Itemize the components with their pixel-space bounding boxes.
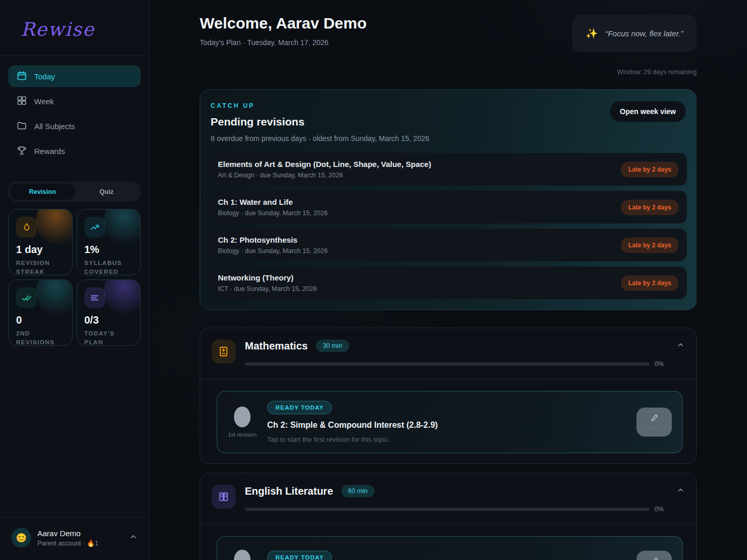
chevron-up-icon[interactable]: [676, 486, 685, 496]
topic-card[interactable]: 1st revision READY TODAY Ch 2: Simple & …: [217, 391, 683, 453]
topic-card[interactable]: 1st revision READY TODAY Poem: The Chimn…: [217, 536, 683, 560]
nav-label: Week: [34, 97, 54, 106]
late-badge: Late by 2 days: [621, 162, 679, 177]
pending-item-title: Elements of Art & Design (Dot, Line, Sha…: [218, 160, 431, 169]
calendar-icon: [17, 71, 27, 82]
quote-text: “Focus now, flex later.”: [605, 29, 683, 38]
decorative-glow: [104, 209, 141, 246]
stat-card-syllabus-covered: 1% SYLLABUS COVERED: [77, 209, 141, 275]
pending-item-title: Ch 2: Photosynthesis: [218, 235, 328, 244]
avatar: 😊: [11, 528, 31, 548]
revision-stage: 1st revision: [228, 407, 257, 438]
pending-item[interactable]: Networking (Theory) ICT · due Sunday, Ma…: [210, 267, 687, 299]
window-remaining-note: Window: 29 days remaining: [200, 68, 697, 76]
trophy-icon: [17, 145, 27, 157]
chevron-up-icon[interactable]: [129, 533, 137, 543]
sidebar-item-today[interactable]: Today: [8, 65, 141, 87]
pending-item[interactable]: Ch 2: Photosynthesis Biology · due Sunda…: [210, 229, 687, 261]
sidebar: Rewise Today Week All Subjects Rewards: [0, 0, 149, 560]
sidebar-nav: Today Week All Subjects Rewards: [8, 65, 141, 162]
divider: [200, 379, 696, 380]
progress-percent: 0%: [655, 360, 667, 368]
flame-icon: [16, 217, 37, 237]
stat-label: TODAY'S PLAN: [85, 329, 133, 346]
pending-item-title: Networking (Theory): [218, 273, 317, 282]
decorative-glow: [104, 279, 141, 316]
topic-hint: Tap to start the first revision for this…: [267, 436, 626, 443]
folder-icon: [17, 120, 27, 132]
pending-item-meta: Biology · due Sunday, March 15, 2026: [218, 209, 328, 217]
stat-card-todays-plan: 0/3 TODAY'S PLAN: [77, 279, 141, 346]
divider: [200, 524, 696, 525]
quote-card: ✨ “Focus now, flex later.”: [572, 15, 697, 52]
main-content: Welcome, Aarav Demo Today's Plan · Tuesd…: [149, 0, 747, 560]
progress-percent: 0%: [655, 506, 667, 513]
late-badge: Late by 2 days: [621, 275, 679, 291]
notes-button[interactable]: Notes: [637, 551, 672, 560]
app-logo: Rewise: [8, 0, 141, 55]
stat-value: 0/3: [85, 314, 133, 326]
sidebar-item-rewards[interactable]: Rewards: [8, 140, 141, 162]
subject-header: Mathematics 30 min 0%: [212, 340, 685, 368]
trending-up-icon: [85, 217, 105, 237]
mode-toggle: Revision Quiz: [8, 181, 141, 202]
ready-today-badge: READY TODAY: [267, 551, 332, 560]
nav-label: Today: [34, 72, 55, 81]
duration-badge: 60 min: [341, 485, 375, 497]
pending-item-meta: ICT · due Sunday, March 15, 2026: [218, 285, 317, 292]
pending-list: Elements of Art & Design (Dot, Line, Sha…: [210, 153, 687, 299]
sidebar-item-week[interactable]: Week: [8, 90, 141, 112]
stat-cards: 1 day REVISION STREAK 1% SYLLABUS COVERE…: [8, 209, 141, 346]
progress-bar: 0%: [245, 360, 667, 368]
user-menu[interactable]: 😊 Aarav Demo Parent account · 🔥1: [11, 528, 137, 548]
stat-label: REVISION STREAK: [16, 259, 65, 275]
tab-quiz[interactable]: Quiz: [75, 184, 139, 200]
catchup-card: CATCH UP Pending revisions 8 overdue fro…: [200, 89, 697, 310]
ready-today-badge: READY TODAY: [267, 401, 332, 414]
stage-marker: [234, 407, 251, 427]
stat-value: 1 day: [16, 244, 65, 256]
decorative-glow: [36, 279, 73, 316]
progress-track: [245, 508, 649, 511]
user-meta: Parent account · 🔥1: [37, 539, 99, 547]
subject-name: English Literature: [245, 485, 333, 497]
page-header: Welcome, Aarav Demo Today's Plan · Tuesd…: [200, 15, 697, 52]
notes-button[interactable]: Notes: [637, 408, 672, 437]
list-icon: [85, 287, 105, 308]
stat-label: 2ND REVISIONS: [16, 329, 65, 346]
pending-item[interactable]: Elements of Art & Design (Dot, Line, Sha…: [210, 153, 687, 186]
book-columns-icon: [212, 485, 236, 509]
nav-label: All Subjects: [34, 122, 75, 131]
revision-stage: 1st revision: [228, 550, 257, 560]
sidebar-item-all-subjects[interactable]: All Subjects: [8, 115, 141, 137]
late-badge: Late by 2 days: [621, 237, 679, 253]
decorative-glow: [36, 209, 73, 246]
stat-card-revision-streak: 1 day REVISION STREAK: [8, 209, 73, 275]
notes-label: Notes: [646, 425, 662, 431]
calculator-icon: [212, 340, 236, 363]
progress-track: [245, 362, 649, 366]
page-title: Welcome, Aarav Demo: [200, 15, 367, 32]
subject-header: English Literature 60 min 0%: [212, 485, 685, 513]
stage-marker: [234, 550, 251, 560]
chevron-up-icon[interactable]: [676, 341, 685, 351]
pending-item-meta: Biology · due Sunday, March 15, 2026: [218, 247, 328, 255]
subject-card-english-literature: English Literature 60 min 0% 1st revisio…: [200, 473, 697, 560]
tab-revision[interactable]: Revision: [10, 184, 75, 200]
grid-icon: [17, 95, 27, 107]
divider: [0, 55, 149, 56]
progress-bar: 0%: [245, 506, 667, 513]
topic-title: Ch 2: Simple & Compound Interest (2.8-2.…: [267, 421, 626, 430]
pending-item[interactable]: Ch 1: Water and Life Biology · due Sunda…: [210, 191, 687, 223]
stage-label: 1st revision: [228, 431, 257, 438]
page-subtitle: Today's Plan · Tuesday, March 17, 2026: [200, 38, 367, 47]
sparkles-icon: ✨: [586, 27, 598, 39]
open-week-view-button[interactable]: Open week view: [610, 101, 686, 122]
user-name: Aarav Demo: [37, 529, 99, 538]
catchup-subtitle: 8 overdue from previous days · oldest fr…: [210, 134, 687, 143]
pending-item-meta: Art & Design · due Sunday, March 15, 202…: [218, 172, 431, 179]
pencil-icon: [651, 414, 658, 423]
user-section: 😊 Aarav Demo Parent account · 🔥1: [0, 517, 149, 560]
double-check-icon: [16, 287, 37, 308]
late-badge: Late by 2 days: [621, 200, 679, 215]
